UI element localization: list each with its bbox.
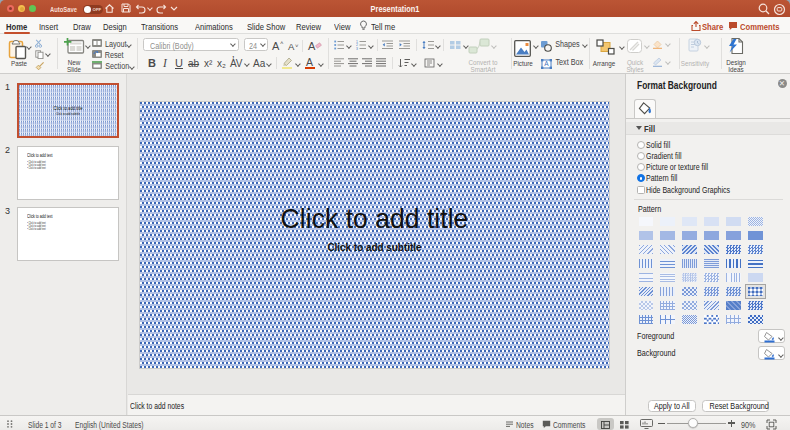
- svg-text:A: A: [544, 60, 549, 67]
- svg-text:3: 3: [356, 47, 358, 50]
